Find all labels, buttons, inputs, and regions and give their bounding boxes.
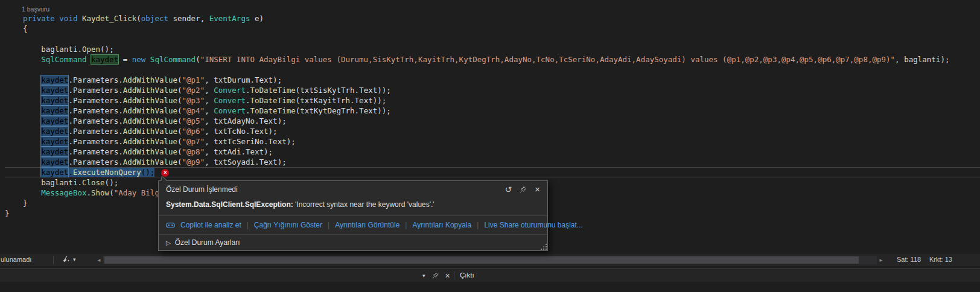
code-token: Parameters xyxy=(73,75,118,84)
code-token: "@p7" xyxy=(182,137,205,146)
code-line[interactable]: kaydet.Parameters.AddWithValue("@p3", Co… xyxy=(5,95,980,106)
link-copilot-analyze[interactable]: Copilot ile analiz et xyxy=(180,221,241,229)
code-token xyxy=(5,45,41,54)
scrollbar-thumb[interactable] xyxy=(104,256,859,264)
code-token: "@p1" xyxy=(182,75,205,84)
code-line[interactable]: kaydet.Parameters.AddWithValue("@p2", Co… xyxy=(5,85,980,95)
code-token: ToDateTime xyxy=(250,96,295,105)
link-separator: | xyxy=(405,221,407,229)
code-token: new xyxy=(132,55,146,64)
code-token: Convert xyxy=(214,96,246,105)
code-token: txtSisKytTrh xyxy=(300,86,354,95)
code-line[interactable]: baglanti.Open(); xyxy=(5,44,980,54)
code-token: Text xyxy=(269,137,287,146)
link-start-live-share[interactable]: Live Share oturumunu başlat... xyxy=(484,221,582,229)
code-line[interactable]: SqlCommand kaydet = new SqlCommand("INSE… xyxy=(5,54,980,65)
code-token: AddWithValue xyxy=(123,127,177,136)
code-token: txtTcNo xyxy=(214,127,246,136)
code-token: AddWithValue xyxy=(123,157,177,167)
code-line[interactable]: kaydet.Parameters.AddWithValue("@p9", tx… xyxy=(5,157,980,167)
code-token: , xyxy=(200,14,209,23)
close-icon[interactable]: × xyxy=(535,185,540,194)
code-token: . xyxy=(68,127,73,136)
scroll-left-arrow[interactable]: ◄ xyxy=(95,258,103,263)
code-token: ( xyxy=(177,127,182,136)
code-line[interactable]: 1 başvuru xyxy=(5,5,980,13)
code-token: AddWithValue xyxy=(123,147,177,156)
code-token: 1 başvuru xyxy=(22,5,49,13)
code-token: AddWithValue xyxy=(123,96,177,105)
code-token: . xyxy=(68,86,73,95)
pin-icon[interactable] xyxy=(520,186,527,193)
code-token: . xyxy=(68,75,73,84)
code-token: . xyxy=(264,137,269,146)
code-token: baglanti xyxy=(904,55,940,64)
code-token: e xyxy=(255,14,259,23)
code-token: . xyxy=(77,178,82,187)
code-token: . xyxy=(77,45,82,54)
code-token: , xyxy=(205,127,214,136)
code-token: Text xyxy=(255,75,273,84)
code-token: . xyxy=(68,168,73,177)
exception-detail: 'Incorrect syntax near the keyword 'valu… xyxy=(293,200,434,209)
code-token: ( xyxy=(109,188,114,197)
ide-window: 1 başvuru private void Kaydet_Click(obje… xyxy=(0,0,980,292)
popup-title: Özel Durum İşlenmedi xyxy=(166,185,505,194)
code-line[interactable]: kaydet.Parameters.AddWithValue("@p8", tx… xyxy=(5,147,980,157)
code-line[interactable]: { xyxy=(5,24,980,34)
panel-divider xyxy=(454,271,454,280)
code-token: AddWithValue xyxy=(123,106,177,115)
code-line[interactable]: kaydet.ExecuteNonQuery();× xyxy=(5,167,980,177)
link-separator: | xyxy=(477,221,479,229)
code-token: ) xyxy=(259,14,264,23)
code-token: . xyxy=(68,137,73,146)
code-line[interactable] xyxy=(5,34,980,44)
code-line[interactable]: kaydet.Parameters.AddWithValue("@p5", tx… xyxy=(5,116,980,126)
chevron-down-icon[interactable]: ▾ xyxy=(422,272,425,279)
pin-icon[interactable] xyxy=(432,272,439,279)
code-token: . xyxy=(68,147,73,156)
output-panel-title: Çıktı xyxy=(460,271,474,279)
link-separator: | xyxy=(328,221,329,229)
broom-icon xyxy=(62,255,70,263)
code-token: ); xyxy=(278,157,287,167)
code-token: . xyxy=(118,96,123,105)
output-panel-bar: ▾ × Çıktı xyxy=(0,268,980,282)
code-line[interactable]: private void Kaydet_Click(object sender,… xyxy=(5,13,980,24)
link-copy-details[interactable]: Ayrıntıları Kopyala xyxy=(412,221,471,229)
code-token: Text xyxy=(246,147,264,156)
exception-settings-expander[interactable]: ▷ Özel Durum Ayarları xyxy=(159,234,547,250)
scrollbar-track[interactable] xyxy=(103,256,877,264)
history-icon[interactable]: ↺ xyxy=(505,185,512,194)
link-show-call-stack[interactable]: Çağrı Yığınını Göster xyxy=(254,221,322,229)
code-token: Text xyxy=(355,96,373,105)
code-token: kaydet xyxy=(41,127,68,136)
scroll-right-arrow[interactable]: ► xyxy=(877,258,885,263)
code-line[interactable] xyxy=(5,65,980,75)
editor-bottom-strip: ulunamadı ▾ ◄ ► Sat: 118 Krkt: 13 xyxy=(0,254,980,266)
code-token xyxy=(250,14,255,23)
code-token: kaydet xyxy=(41,168,68,177)
status-column-number: Krkt: 13 xyxy=(929,256,952,263)
code-line[interactable]: kaydet.Parameters.AddWithValue("@p7", tx… xyxy=(5,136,980,147)
code-token: "@p2" xyxy=(182,86,205,95)
code-token: . xyxy=(250,75,255,84)
code-token: , xyxy=(205,147,214,156)
code-token: (); xyxy=(105,178,119,187)
exception-type: System.Data.SqlClient.SqlException: xyxy=(166,200,293,209)
code-token: , xyxy=(205,96,214,105)
code-token: AddWithValue xyxy=(123,137,177,146)
code-token xyxy=(5,116,41,125)
code-line[interactable]: kaydet.Parameters.AddWithValue("@p1", tx… xyxy=(5,75,980,85)
code-token: sender xyxy=(173,14,200,23)
link-view-details[interactable]: Ayrıntıları Görüntüle xyxy=(335,221,399,229)
code-token: ); xyxy=(269,127,278,136)
code-token: "INSERT INTO AdayBilgi values (Durumu,Si… xyxy=(200,55,895,64)
code-line[interactable]: kaydet.Parameters.AddWithValue("@p6", tx… xyxy=(5,126,980,136)
code-line[interactable]: kaydet.Parameters.AddWithValue("@p4", Co… xyxy=(5,106,980,116)
code-token: . xyxy=(68,106,73,115)
close-icon[interactable]: × xyxy=(445,272,450,279)
code-token: Convert xyxy=(214,86,246,95)
code-health-indicator[interactable]: ▾ xyxy=(62,255,76,263)
code-token xyxy=(5,188,41,197)
